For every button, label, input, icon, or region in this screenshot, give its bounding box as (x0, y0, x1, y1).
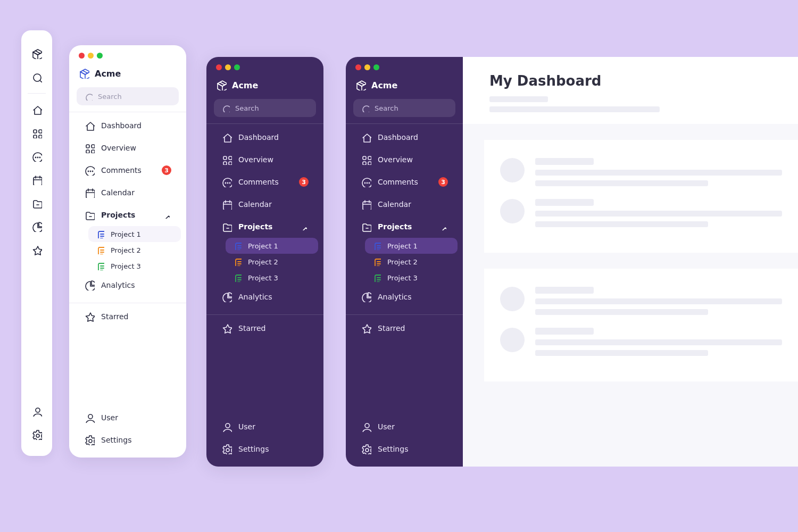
nav-project-2[interactable]: Project 2 (88, 242, 181, 258)
nav-analytics[interactable]: Analytics (74, 275, 181, 295)
user-icon[interactable] (31, 406, 42, 417)
project-label: Project 3 (248, 274, 278, 282)
nav-overview[interactable]: Overview (351, 149, 458, 170)
nav-label: Calendar (101, 188, 171, 197)
divider (206, 123, 323, 124)
comments-badge: 3 (299, 177, 309, 187)
logo-icon[interactable] (31, 48, 42, 59)
minimize-icon[interactable] (364, 64, 370, 70)
nav-dashboard[interactable]: Dashboard (212, 127, 318, 147)
content-card (484, 269, 798, 381)
close-icon[interactable] (355, 64, 361, 70)
nav-project-1[interactable]: Project 1 (226, 238, 318, 254)
comments-icon (361, 177, 371, 187)
project-label: Project 2 (111, 246, 141, 254)
nav-comments[interactable]: Comments 3 (212, 172, 318, 192)
nav-settings[interactable]: Settings (351, 439, 458, 459)
nav-label: Projects (101, 211, 154, 219)
nav-calendar[interactable]: Calendar (212, 194, 318, 214)
nav-comments[interactable]: Comments 3 (74, 160, 181, 180)
logo-icon (216, 80, 227, 90)
list-item (500, 158, 782, 186)
home-icon (361, 132, 371, 143)
nav-calendar[interactable]: Calendar (74, 182, 181, 203)
comments-icon[interactable] (31, 151, 42, 162)
document-icon (95, 246, 105, 254)
nav-label: Starred (378, 324, 448, 332)
nav-analytics[interactable]: Analytics (212, 287, 318, 307)
nav-starred[interactable]: Starred (74, 306, 181, 327)
user-icon (221, 421, 232, 432)
projects-icon[interactable] (31, 198, 42, 209)
nav-comments[interactable]: Comments 3 (351, 172, 458, 192)
nav-overview[interactable]: Overview (74, 138, 181, 158)
comments-icon (84, 165, 95, 176)
list-item (500, 328, 782, 356)
search-input[interactable]: Search (353, 99, 455, 117)
search-input[interactable]: Search (77, 87, 179, 105)
search-placeholder: Search (375, 104, 398, 112)
close-icon[interactable] (216, 64, 222, 70)
search-input[interactable]: Search (214, 99, 316, 117)
minimize-icon[interactable] (225, 64, 231, 70)
nav-project-1[interactable]: Project 1 (365, 238, 458, 254)
nav-projects[interactable]: Projects (74, 205, 181, 225)
document-icon (232, 257, 243, 266)
avatar (500, 158, 525, 182)
sidebar-light: Acme Search Dashboard Overview Comments … (69, 45, 186, 458)
maximize-icon[interactable] (234, 64, 240, 70)
nav-project-2[interactable]: Project 2 (365, 254, 458, 270)
calendar-icon (84, 187, 95, 198)
nav-starred[interactable]: Starred (351, 318, 458, 338)
nav-project-3[interactable]: Project 3 (365, 270, 458, 286)
nav-user[interactable]: User (74, 408, 181, 428)
divider (69, 112, 186, 112)
search-icon[interactable] (31, 72, 42, 82)
settings-icon[interactable] (31, 429, 42, 440)
nav-overview[interactable]: Overview (212, 149, 318, 170)
brand-name: Acme (371, 80, 397, 90)
list-item (500, 287, 782, 315)
calendar-icon[interactable] (31, 174, 42, 185)
nav-dashboard[interactable]: Dashboard (351, 127, 458, 147)
nav-projects[interactable]: Projects (351, 217, 458, 237)
content-panel: My Dashboard (463, 57, 798, 467)
nav-label: Dashboard (238, 133, 309, 142)
nav-settings[interactable]: Settings (212, 439, 318, 459)
nav-label: User (378, 422, 448, 431)
minimize-icon[interactable] (88, 53, 94, 59)
nav-user[interactable]: User (212, 417, 318, 437)
nav-user[interactable]: User (351, 417, 458, 437)
nav-project-1[interactable]: Project 1 (88, 226, 181, 242)
comments-badge: 3 (162, 165, 171, 175)
nav-project-3[interactable]: Project 3 (226, 270, 318, 286)
placeholder-line (489, 106, 660, 112)
close-icon[interactable] (79, 53, 85, 59)
nav-project-2[interactable]: Project 2 (226, 254, 318, 270)
nav-label: Comments (101, 166, 155, 174)
nav-projects[interactable]: Projects (212, 217, 318, 237)
overview-icon[interactable] (31, 128, 42, 138)
project-label: Project 1 (248, 242, 278, 250)
nav-label: Dashboard (101, 121, 171, 130)
maximize-icon[interactable] (97, 53, 103, 59)
document-icon (95, 262, 105, 270)
brand: Acme (206, 73, 323, 96)
projects-icon (84, 210, 95, 220)
project-label: Project 2 (387, 258, 418, 266)
home-icon[interactable] (31, 104, 42, 115)
nav-starred[interactable]: Starred (212, 318, 318, 338)
comments-badge: 3 (438, 177, 448, 187)
maximize-icon[interactable] (373, 64, 379, 70)
nav-settings[interactable]: Settings (74, 430, 181, 450)
nav-dashboard[interactable]: Dashboard (74, 115, 181, 136)
logo-icon (79, 68, 89, 79)
nav-project-3[interactable]: Project 3 (88, 258, 181, 274)
nav-analytics[interactable]: Analytics (351, 287, 458, 307)
divider (69, 303, 186, 303)
nav-calendar[interactable]: Calendar (351, 194, 458, 214)
analytics-icon[interactable] (31, 221, 42, 232)
starred-icon[interactable] (31, 245, 42, 255)
document-icon (232, 242, 243, 250)
nav-label: Calendar (238, 200, 309, 209)
